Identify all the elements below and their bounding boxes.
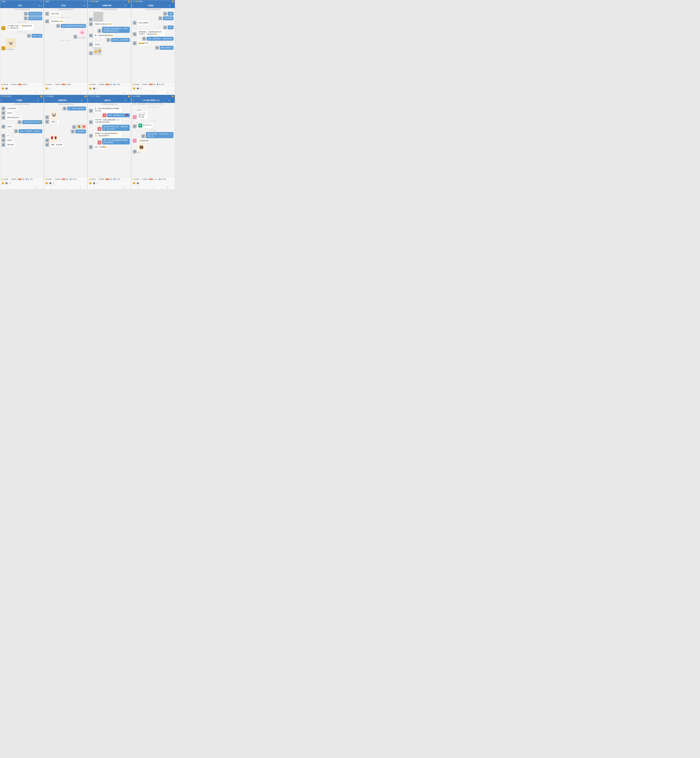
bubble: 的，咱们到时候做题还会经常翻看知识点的 [94, 106, 121, 113]
add-icon[interactable]: ➕ [49, 182, 52, 184]
toolbar-live[interactable]: LIVE 直播 [105, 178, 112, 180]
menu-icon-7[interactable]: ≡ [125, 99, 126, 101]
toolbar-payment[interactable]: 💰 对外收款 [45, 84, 52, 85]
toolbar-customer[interactable]: 👤 客户详情 [157, 84, 164, 85]
toolbar-payment[interactable]: 💰 对外收款 [1, 84, 8, 85]
toolbar-customer[interactable]: 👤 客户详情 [113, 178, 120, 180]
nav-menu-btn[interactable]: ≡ [165, 186, 170, 189]
nav-home-btn[interactable]: ○ [19, 186, 24, 189]
toolbar-reply[interactable]: ⚡ 快捷回复 [141, 178, 148, 180]
nav-back-btn[interactable]: ‹ [92, 186, 97, 189]
voice-icon[interactable]: ·) [53, 182, 54, 184]
emoji-icon[interactable]: 😊 [45, 182, 48, 184]
emoji-icon[interactable]: 😊 [133, 87, 136, 90]
nav-back-btn[interactable]: ‹ [5, 186, 10, 189]
add-icon[interactable]: ➕ [93, 87, 95, 90]
toolbar-customer[interactable]: 👤 客户详情 [26, 178, 33, 180]
voice-icon[interactable]: ·) [140, 87, 142, 90]
nav-menu-btn[interactable]: ≡ [78, 91, 83, 94]
toolbar-live[interactable]: LIVE 上课直播 [62, 84, 71, 85]
toolbar-reply[interactable]: ⚡ 快捷回复 [9, 178, 17, 180]
voice-icon[interactable]: ·) [9, 182, 10, 184]
music-icon-1[interactable]: ♪ [41, 5, 42, 7]
emoji-icon[interactable]: 😊 [45, 87, 48, 90]
close-icon[interactable]: (- [49, 87, 50, 90]
toolbar-customer[interactable]: 👤 客户详情 [113, 84, 120, 85]
nav-back-btn[interactable]: ‹ [49, 91, 54, 94]
nav-home-btn[interactable]: ○ [107, 186, 112, 189]
add-icon[interactable]: ➕ [5, 182, 8, 184]
person-icon-5[interactable]: 👤 [40, 99, 42, 101]
nav-back-btn[interactable]: ‹ [136, 186, 141, 189]
toolbar-live[interactable]: LIVE 直播 [149, 84, 156, 85]
emoji-icon[interactable]: 😊 [2, 182, 4, 184]
person-icon-8[interactable]: 👤 [171, 99, 173, 101]
person-icon-4[interactable]: 👤 [171, 5, 173, 7]
back-button-4[interactable]: ‹ [133, 4, 133, 7]
toolbar-live[interactable]: LIVE 上课直播 [18, 84, 27, 85]
toolbar-reply[interactable]: ⚡ 快捷回复 [97, 84, 104, 85]
menu-icon-2[interactable]: ≡ [83, 5, 84, 7]
toolbar-payment[interactable]: 💰 对外收款 [45, 178, 52, 180]
toolbar-live[interactable]: LIVE 直播 [105, 84, 112, 85]
toolbar-customer[interactable]: 👤 客户详情 [69, 178, 77, 180]
voice-icon[interactable]: ·) [97, 182, 98, 184]
nav-home-btn[interactable]: ○ [151, 186, 156, 189]
menu-icon-3[interactable]: ≡ [125, 5, 126, 7]
live-label: 上课直播 [22, 84, 27, 85]
toolbar-customer[interactable]: 👤 客户详情 [159, 178, 166, 180]
toolbar-live[interactable]: LIVE 直播 [62, 178, 68, 180]
toolbar-reply[interactable]: ⚡ 快捷回复 [141, 84, 148, 85]
nav-back-btn[interactable]: ‹ [5, 91, 10, 94]
toolbar-reply[interactable]: ⚡ 快捷回复 [9, 84, 17, 85]
toolbar-payment[interactable]: 💰 对外收款 [89, 84, 96, 85]
menu-icon-5[interactable]: ≡ [38, 99, 39, 101]
back-button-7[interactable]: ‹ [89, 99, 90, 102]
toolbar-live[interactable]: LIVE Live Em [149, 178, 158, 180]
toolbar-reply[interactable]: ⚡ 快捷回复 [97, 178, 104, 180]
nav-menu-btn[interactable]: ≡ [121, 186, 126, 189]
nav-home-btn[interactable]: ○ [63, 91, 68, 94]
input-icons-1[interactable]: 😊 ➕ [2, 87, 8, 90]
nav-menu-btn[interactable]: ≡ [78, 186, 83, 189]
menu-icon-1[interactable]: ≡ [39, 5, 41, 7]
emoji-icon[interactable]: 😊 [89, 182, 92, 184]
add-icon[interactable]: ➕ [5, 87, 8, 90]
person-icon-7[interactable]: 👤 [127, 99, 130, 101]
toolbar-reply[interactable]: ⚡ 快捷回复 [53, 84, 61, 85]
add-icon[interactable]: ➕ [136, 87, 139, 90]
nav-menu-btn[interactable]: ≡ [165, 91, 170, 94]
voice-icon[interactable]: ·) [97, 87, 98, 90]
emoji-icon[interactable]: 😊 [133, 182, 136, 184]
nav-back-btn[interactable]: ‹ [136, 91, 141, 94]
menu-icon-4[interactable]: ≡ [169, 5, 170, 7]
toolbar-payment[interactable]: 💰 对外收款 [1, 178, 8, 180]
toolbar-payment[interactable]: 💰 对外收款 [132, 178, 139, 180]
nav-home-btn[interactable]: ○ [107, 91, 112, 94]
emoji-icon[interactable]: 😊 [2, 87, 4, 90]
nav-menu-btn[interactable]: ≡ [34, 91, 39, 94]
back-button-8[interactable]: ‹ [133, 99, 133, 102]
person-icon-6[interactable]: 👤 [83, 99, 86, 101]
menu-icon-6[interactable]: ≡ [81, 99, 83, 101]
emoji-icon[interactable]: 😊 [89, 87, 92, 90]
nav-back-btn[interactable]: ‹ [92, 91, 97, 94]
nav-home-btn[interactable]: ○ [63, 186, 68, 189]
toolbar-live[interactable]: LIVE 直播 [18, 178, 24, 180]
toolbar-payment[interactable]: 💰 对外收款 [132, 84, 139, 85]
toolbar-payment[interactable]: 💰 对外收款 [89, 178, 96, 180]
toolbar-reply[interactable]: ⚡ 快捷回复 [53, 178, 61, 180]
add-icon[interactable]: ➕ [93, 182, 95, 184]
music-icon-2[interactable]: ♪ [85, 5, 86, 7]
back-button-5[interactable]: ‹ [2, 99, 2, 102]
menu-icon-8[interactable]: ≡ [169, 99, 170, 101]
nav-menu-btn[interactable]: ≡ [34, 186, 39, 189]
nav-home-btn[interactable]: ○ [151, 91, 156, 94]
back-button[interactable]: ‹ [89, 4, 90, 7]
nav-home-btn[interactable]: ○ [19, 91, 24, 94]
add-icon[interactable]: ➕ [136, 182, 139, 184]
nav-menu-btn[interactable]: ≡ [121, 91, 126, 94]
person-icon-3[interactable]: 👤 [127, 5, 130, 7]
nav-back-btn[interactable]: ‹ [49, 186, 54, 189]
nav-icons-1[interactable]: ≡ ♪ [39, 5, 42, 7]
